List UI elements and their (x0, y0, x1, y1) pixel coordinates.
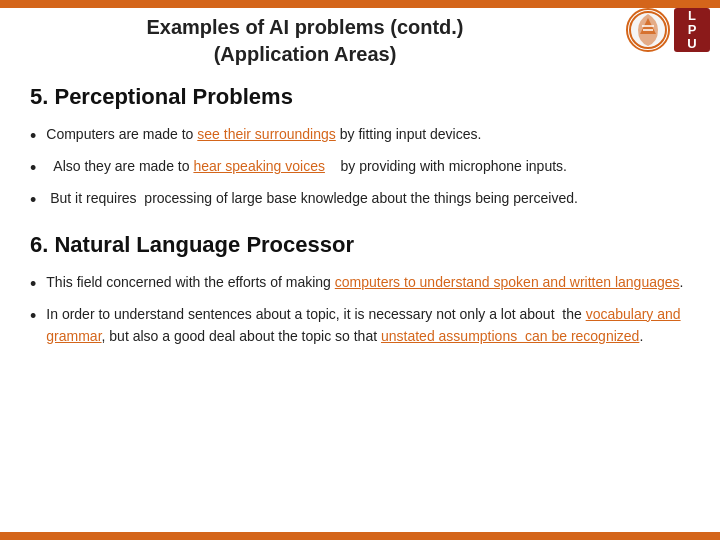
bullet-5-2-text: Also they are made to hear speaking voic… (46, 156, 567, 178)
bullet-5-3: • But it requires processing of large ba… (30, 188, 690, 213)
logo-area: L P U (626, 8, 710, 52)
top-orange-bar (0, 0, 720, 8)
title-line2: (Application Areas) (214, 43, 397, 65)
bullet-5-1: • Computers are made to see their surrou… (30, 124, 690, 149)
bottom-orange-bar (0, 532, 720, 540)
main-content: 5. Perceptional Problems • Computers are… (30, 80, 690, 522)
section5-bullets: • Computers are made to see their surrou… (30, 124, 690, 214)
title-line1: Examples of AI problems (contd.) (146, 16, 463, 38)
section6-bullets: • This field concerned with the efforts … (30, 272, 690, 348)
bullet-dot-4: • (30, 272, 36, 297)
bullet-dot-2: • (30, 156, 36, 181)
slide-title: Examples of AI problems (contd.) (Applic… (0, 14, 610, 68)
bullet-5-3-text: But it requires processing of large base… (46, 188, 578, 210)
highlight-computers: computers to understand spoken and writt… (335, 274, 680, 290)
highlight-hear: hear speaking voices (193, 158, 325, 174)
bullet-6-1-text: This field concerned with the efforts of… (46, 272, 683, 294)
logo-circle-icon (626, 8, 670, 52)
bullet-5-2: • Also they are made to hear speaking vo… (30, 156, 690, 181)
bullet-dot-5: • (30, 304, 36, 329)
highlight-see: see their surroundings (197, 126, 336, 142)
section6-heading: 6. Natural Language Processor (30, 228, 690, 262)
lpu-logo: L P U (674, 8, 710, 52)
bullet-dot-1: • (30, 124, 36, 149)
bullet-6-2: • In order to understand sentences about… (30, 304, 690, 347)
bullet-5-1-text: Computers are made to see their surround… (46, 124, 481, 146)
highlight-unstated: unstated assumptions can be recognized (381, 328, 639, 344)
bullet-6-2-text: In order to understand sentences about a… (46, 304, 690, 347)
bullet-6-1: • This field concerned with the efforts … (30, 272, 690, 297)
bullet-dot-3: • (30, 188, 36, 213)
section5-heading: 5. Perceptional Problems (30, 80, 690, 114)
